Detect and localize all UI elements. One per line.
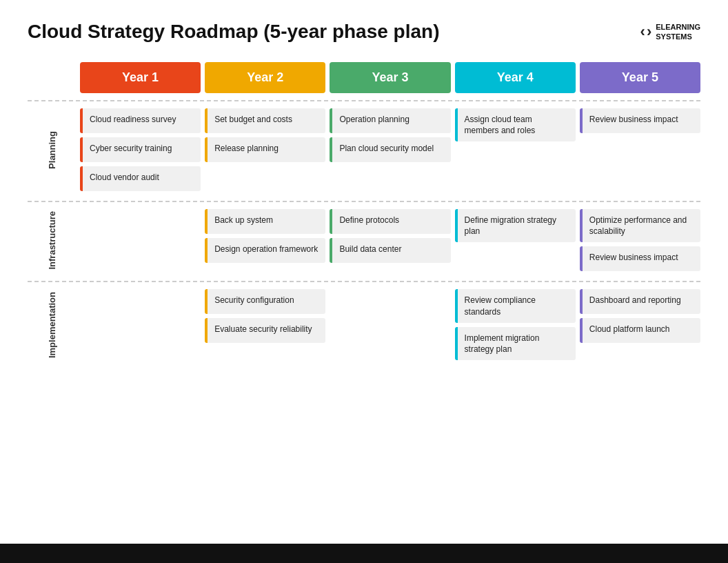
planning-y4: Assign cloud team members and roles (455, 108, 576, 191)
task-card: Review compliance standards (455, 289, 576, 322)
task-card: Back up system (205, 209, 325, 234)
year-header-3: Year 3 (330, 62, 450, 93)
section-label-infrastructure: Infrastructure (47, 211, 57, 270)
logo-arrows: ‹ › (640, 23, 652, 41)
task-card: Review business impact (580, 108, 700, 133)
planning-y2: Set budget and costs Release planning (205, 108, 325, 191)
impl-y5: Dashboard and reporting Cloud platform l… (580, 289, 700, 360)
task-card: Release planning (205, 137, 325, 162)
section-implementation: Implementation Security configuration Ev… (28, 281, 700, 370)
infra-y1 (80, 209, 201, 271)
planning-y3: Operation planning Plan cloud security m… (330, 108, 450, 191)
year-headers-row: Year 1 Year 2 Year 3 Year 4 Year 5 (28, 62, 700, 93)
task-card: Cloud readiness survey (80, 108, 201, 133)
year-header-4: Year 4 (455, 62, 576, 93)
header: Cloud Strategy Roadmap (5-year phase pla… (28, 21, 700, 43)
year-spacer (28, 62, 76, 93)
page-title: Cloud Strategy Roadmap (5-year phase pla… (28, 21, 439, 43)
infra-y5: Optimize performance and scalability Rev… (580, 209, 700, 271)
chevron-right-icon: › (647, 23, 651, 41)
section-label-infrastructure-wrap: Infrastructure (28, 209, 76, 271)
section-planning: Planning Cloud readiness survey Cyber se… (28, 100, 700, 201)
impl-y3 (330, 289, 450, 360)
task-card: Dashboard and reporting (580, 289, 700, 314)
section-label-planning: Planning (47, 131, 57, 169)
year-header-1: Year 1 (80, 62, 201, 93)
task-card: Set budget and costs (205, 108, 325, 133)
task-card: Design operation framework (205, 238, 325, 263)
task-card: Define migration strategy plan (455, 209, 576, 242)
section-label-planning-wrap: Planning (28, 108, 76, 191)
year-header-2: Year 2 (205, 62, 325, 93)
task-card: Assign cloud team members and roles (455, 108, 576, 141)
chevron-left-icon: ‹ (640, 23, 645, 41)
planning-y1: Cloud readiness survey Cyber security tr… (80, 108, 201, 191)
page: Cloud Strategy Roadmap (5-year phase pla… (0, 0, 728, 563)
impl-y2: Security configuration Evaluate security… (205, 289, 325, 360)
task-card: Evaluate security reliability (205, 318, 325, 343)
section-label-implementation: Implementation (47, 292, 57, 358)
infra-y3: Define protocols Build data center (330, 209, 450, 271)
task-card: Review business impact (580, 246, 700, 271)
impl-y4: Review compliance standards Implement mi… (455, 289, 576, 360)
task-card: Implement migration strategy plan (455, 327, 576, 360)
task-card: Cyber security training (80, 137, 201, 162)
year-header-5: Year 5 (580, 62, 700, 93)
impl-y1 (80, 289, 201, 360)
task-card: Cloud vendor audit (80, 166, 201, 191)
infra-y4: Define migration strategy plan (455, 209, 576, 271)
footer-bar (0, 544, 728, 563)
task-card: Define protocols (330, 209, 450, 234)
logo-text: eLEARNINGSYSTEMS (656, 22, 700, 42)
task-card: Plan cloud security model (330, 137, 450, 162)
section-label-implementation-wrap: Implementation (28, 289, 76, 360)
infra-y2: Back up system Design operation framewor… (205, 209, 325, 271)
task-card: Operation planning (330, 108, 450, 133)
planning-y5: Review business impact (580, 108, 700, 191)
section-infrastructure: Infrastructure Back up system Design ope… (28, 201, 700, 281)
task-card: Security configuration (205, 289, 325, 314)
task-card: Build data center (330, 238, 450, 263)
logo: ‹ › eLEARNINGSYSTEMS (640, 22, 700, 42)
task-card: Cloud platform launch (580, 318, 700, 343)
main-grid: Planning Cloud readiness survey Cyber se… (28, 100, 700, 370)
task-card: Optimize performance and scalability (580, 209, 700, 242)
